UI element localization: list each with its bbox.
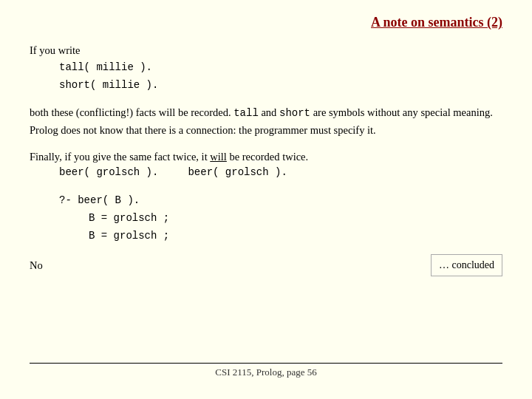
inline-tall: tall [233,107,259,119]
no-label: No [30,257,43,273]
beer1: beer( grolsch ). [59,165,158,181]
inline-short: short [279,107,310,119]
concluded-box: … concluded [431,254,502,276]
query-paragraph: ?- beer( B ). B = grolsch ; B = grolsch … [30,191,502,244]
will-text: will [210,151,227,163]
intro-paragraph: If you write tall( millie ). short( mill… [30,42,502,94]
twice-paragraph: Finally, if you give the same fact twice… [30,149,502,181]
footer: CSI 2115, Prolog, page 56 [30,363,502,378]
para1-text: both these (conflicting!) facts will be … [30,106,493,136]
slide-title: A note on semantics (2) [30,15,502,30]
b-eq2: B = grolsch ; [89,230,169,242]
query-line: ?- beer( B ). [59,194,140,206]
beer-line: beer( grolsch ). beer( grolsch ). [59,165,502,181]
code-tall: tall( millie ). [59,61,152,73]
explanation-paragraph: both these (conflicting!) facts will be … [30,104,502,138]
beer2: beer( grolsch ). [188,165,287,181]
code-short: short( millie ). [59,79,158,91]
no-concluded-row: No … concluded [30,254,502,276]
intro-label: If you write [30,44,80,56]
content-area: If you write tall( millie ). short( mill… [30,42,502,276]
b-eq1: B = grolsch ; [89,212,169,224]
slide: A note on semantics (2) If you write tal… [0,0,532,399]
footer-text: CSI 2115, Prolog, page 56 [215,366,316,378]
